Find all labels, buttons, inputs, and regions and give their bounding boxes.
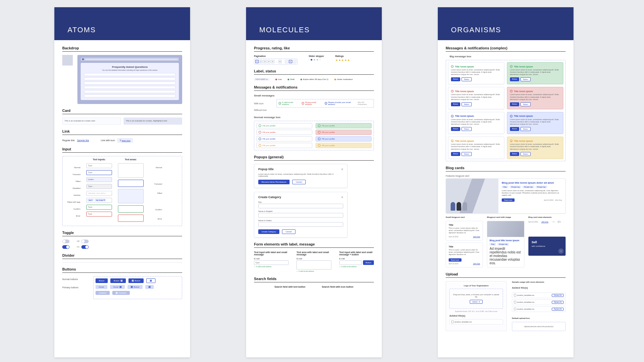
heading-backdrop: Backdrop — [62, 46, 182, 52]
input-normal[interactable] — [86, 163, 112, 168]
panel-organisms-title: ORGANISMS — [438, 7, 574, 40]
canvas: ATOMS Backdrop Frequently Asked Question… — [0, 0, 644, 362]
bigmsg-info: iTitle lorem ipsumLorem ipsum dolor sit … — [448, 112, 504, 134]
section-form-elements: Form elements with label, message Text i… — [254, 242, 374, 272]
section-progress: Progress, rating, like Pagination 1 2 3 … — [254, 46, 374, 65]
bigmsg-error: !Title lorem ipsumLorem ipsum dolor sit … — [448, 87, 504, 109]
close-icon[interactable]: × — [341, 168, 343, 171]
textarea-focused[interactable] — [118, 180, 144, 187]
blog-small-card[interactable]: Title This is a post. Lorem ipsum dolor … — [446, 243, 483, 267]
help-text: ✓A valid email address — [254, 266, 289, 268]
bigmsg-success: ✓Title lorem ipsumLorem ipsum dolor sit … — [448, 62, 504, 84]
button-hover-icon[interactable]: Hover — [110, 285, 125, 289]
input-email[interactable] — [254, 260, 289, 265]
section-normal-box: Normal message box Fill your profile Fil… — [254, 116, 374, 150]
warn-icon: △ — [451, 140, 454, 142]
read-more-button[interactable]: Read more — [502, 198, 515, 202]
button-primary[interactable]: Button — [96, 278, 108, 283]
toggle-labeled-off[interactable] — [81, 240, 89, 243]
toggle-off[interactable] — [62, 240, 70, 243]
button-hover[interactable]: Hover — [96, 285, 107, 289]
heading-card: Card — [62, 109, 182, 114]
bigmsg-info-fill: iTitle lorem ipsumLorem ipsum dolor sit … — [507, 112, 563, 134]
button-primary-icon-r[interactable]: Button — [110, 278, 126, 283]
textarea-normal[interactable] — [118, 163, 144, 178]
button-primary-icon-l[interactable]: Button — [128, 278, 144, 283]
input-confirm[interactable] — [86, 205, 112, 210]
section-card: Card This is an example for a basic card… — [62, 109, 182, 125]
popup-confirm: Popup title× Lorem ipsum dolor sit amet,… — [254, 164, 348, 188]
panel-organisms: ORGANISMS Messages & notifications (comp… — [438, 7, 574, 357]
bigmsg-error-fill: !Title lorem ipsumLorem ipsum dolor sit … — [507, 87, 563, 109]
button-soft-iconly[interactable] — [145, 285, 154, 289]
input-inactive — [86, 191, 112, 196]
status-draft: Draft — [288, 78, 294, 80]
link-regular[interactable]: Sample link — [77, 139, 89, 142]
panel-molecules: MOLECULES Progress, rating, like Paginat… — [246, 7, 382, 357]
sell-card[interactable]: Sell with confidence › — [528, 237, 566, 256]
button-disabled: Disabled — [96, 291, 110, 295]
upload-dropzone[interactable]: Logo of Your Organization Drag and drop,… — [446, 281, 507, 331]
upload-default-box[interactable]: Upload pictures about the product(s) — [512, 322, 566, 331]
input-name-ar[interactable] — [258, 222, 343, 227]
link-with-icon[interactable]: ☰ learn how — [117, 138, 133, 142]
cancel-button[interactable]: Cancel — [282, 229, 295, 234]
status-moderation: Under moderation — [334, 78, 353, 80]
blog-feature-card[interactable]: Blog post title lorem ipsum dolor sit am… — [446, 178, 566, 214]
stepper[interactable]: ‹ › — [309, 59, 324, 61]
section-input: Input Normal Focused Filled Disabled Ina… — [62, 147, 182, 226]
section-link: Link Regular link: Sample link Link with… — [62, 129, 182, 142]
file-row: product_template.csvReplace file — [512, 299, 566, 305]
button-soft[interactable]: Button — [127, 285, 143, 289]
heading-link: Link — [62, 129, 182, 135]
blog-meta: April 22 2022 John Doe ♡ 3 💬 2 — [528, 221, 566, 223]
textarea-email[interactable] — [296, 260, 331, 270]
faq-title: Frequently Asked Questions — [84, 65, 176, 68]
replace-button[interactable]: Replace file — [552, 294, 564, 297]
input-key[interactable] — [258, 204, 343, 208]
input-name-en[interactable] — [258, 213, 343, 218]
textarea-error[interactable] — [118, 215, 144, 222]
close-icon[interactable]: × — [341, 195, 343, 199]
input-tags[interactable]: tag Atag longer B — [86, 198, 112, 203]
status-expire: Expire within 30 days (Oct 1) — [300, 78, 328, 80]
section-upload: Upload Logo of Your Organization Drag an… — [446, 272, 566, 331]
textarea-confirm[interactable] — [118, 205, 144, 213]
bigmsg-warn: △Title lorem ipsumLorem ipsum dolor sit … — [448, 137, 504, 159]
error-icon: ! — [451, 90, 454, 92]
section-bigmsg: Messages & notifications (complex) Big m… — [446, 46, 566, 161]
heading-divider: Divider — [62, 253, 182, 259]
toggle-labeled-on[interactable] — [81, 245, 89, 249]
pagination[interactable]: 1 2 3 4 5 … 9 ‹ 1 › — [254, 59, 297, 65]
input-error[interactable] — [86, 212, 112, 217]
inline-button[interactable]: Button — [363, 260, 374, 265]
check-icon: ✓ — [451, 65, 454, 68]
blog-image-card[interactable]: Blog post title lorem ipsum #tag#longer-… — [487, 221, 524, 268]
info-icon: i — [451, 115, 454, 117]
input-focused[interactable] — [86, 170, 112, 175]
panel-molecules-title: MOLECULES — [246, 7, 382, 40]
input-disabled — [86, 184, 112, 189]
textarea-filled[interactable] — [118, 189, 144, 203]
faq-subtitle: You can find detailed information includ… — [84, 69, 176, 71]
input-email-btn[interactable] — [339, 260, 362, 265]
arrow-right-icon[interactable]: › — [558, 248, 564, 254]
card-example-highlight: This is an example for a basic, highligh… — [124, 117, 182, 125]
upload-button[interactable]: Upload ⬆ — [470, 300, 483, 304]
blog-small-card[interactable]: Title This is a post. Lorem ipsum dolor … — [446, 221, 483, 241]
rating-stars[interactable]: ★★★★★ — [335, 59, 350, 62]
link-regular-label: Regular link: — [62, 139, 75, 142]
bigmsg-success-fill: ✓Title lorem ipsumLorem ipsum dolor sit … — [507, 62, 563, 84]
panel-atoms: ATOMS Backdrop Frequently Asked Question… — [54, 7, 190, 357]
input-filled[interactable] — [86, 177, 112, 182]
create-category-button[interactable]: Create Category — [258, 229, 279, 234]
status-live: Live — [275, 78, 282, 80]
popup-primary-button[interactable]: Remove Admin Permissions — [258, 180, 290, 184]
heading-buttons: Buttons — [62, 267, 182, 273]
toggle-on[interactable] — [62, 245, 70, 249]
button-outline[interactable] — [146, 278, 155, 283]
panel-atoms-title: ATOMS — [54, 7, 190, 40]
heading-toggle: Toggle — [62, 231, 182, 236]
popup-cancel-button[interactable]: Cancel — [292, 180, 306, 184]
section-backdrop: Backdrop Frequently Asked Questions You … — [62, 46, 182, 104]
